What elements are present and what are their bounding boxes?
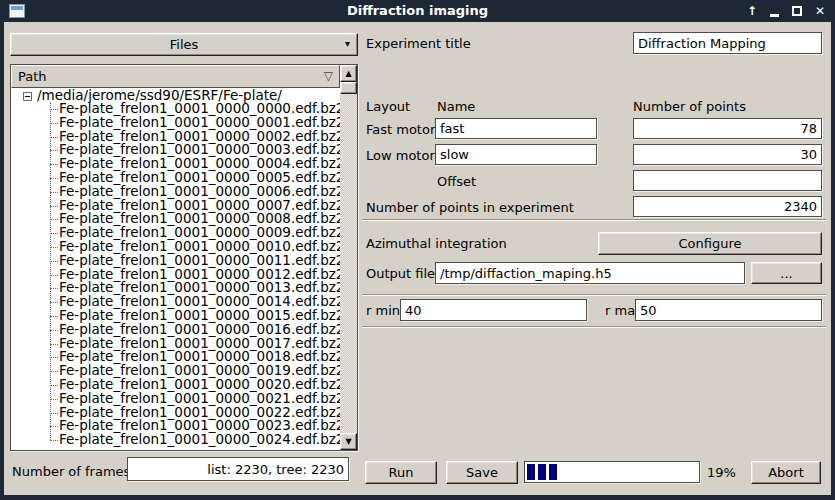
low-motor-label: Low motor xyxy=(366,148,435,164)
titlebar[interactable]: Diffraction imaging ↑ ✕ xyxy=(0,0,835,22)
low-motor-name-field[interactable] xyxy=(435,144,597,165)
collapse-expander-icon[interactable] xyxy=(23,92,32,101)
abort-button[interactable]: Abort xyxy=(751,461,821,484)
total-points-label: Number of points in experiment xyxy=(366,200,574,216)
azimuthal-label: Azimuthal integration xyxy=(366,236,507,252)
frames-count-field[interactable] xyxy=(127,457,349,481)
run-button[interactable]: Run xyxy=(365,461,437,484)
experiment-title-label: Experiment title xyxy=(366,36,471,52)
tree-file-label: Fe-plate_frelon1_0001_0000_0024.edf.bz2 xyxy=(59,431,340,447)
total-points-field[interactable] xyxy=(633,196,822,217)
minimize-icon[interactable] xyxy=(770,14,779,17)
fast-motor-points-field[interactable] xyxy=(633,118,822,139)
window-title: Diffraction imaging xyxy=(0,3,835,18)
name-header: Name xyxy=(437,99,475,115)
shade-icon[interactable]: ↑ xyxy=(747,0,757,22)
r-max-field[interactable] xyxy=(635,299,822,321)
maximize-icon[interactable] xyxy=(792,6,802,16)
tree-header-label: Path xyxy=(18,69,47,84)
files-dropdown-label: Files xyxy=(11,37,357,52)
window-controls: ↑ ✕ xyxy=(747,0,825,22)
offset-field[interactable] xyxy=(633,170,822,191)
scroll-down-icon[interactable]: ▼ xyxy=(340,433,357,450)
close-icon[interactable]: ✕ xyxy=(815,0,825,22)
separator xyxy=(362,326,826,327)
sort-indicator-icon: ▽ xyxy=(324,69,333,83)
progress-bar xyxy=(524,461,700,483)
progress-fill xyxy=(527,464,559,480)
low-motor-points-field[interactable] xyxy=(633,144,822,165)
fast-motor-name-field[interactable] xyxy=(435,118,597,139)
separator xyxy=(362,294,826,295)
r-min-label: r min xyxy=(366,303,400,319)
separator xyxy=(362,219,826,220)
file-tree: Path ▽ /media/jerome/ssd90/ESRF/Fe-plate… xyxy=(10,64,358,451)
fast-motor-label: Fast motor xyxy=(366,122,435,138)
chevron-down-icon: ▾ xyxy=(345,38,350,49)
tree-children: Fe-plate_frelon1_0001_0000_0000.edf.bz2 … xyxy=(13,102,340,447)
points-header: Number of points xyxy=(633,99,746,115)
offset-label: Offset xyxy=(437,174,476,190)
output-file-field[interactable] xyxy=(435,262,745,284)
scroll-up-icon[interactable]: ▲ xyxy=(340,65,357,82)
r-min-field[interactable] xyxy=(400,299,587,321)
output-file-label: Output file xyxy=(366,266,435,282)
layout-header: Layout xyxy=(366,99,410,115)
save-button[interactable]: Save xyxy=(446,461,518,484)
app-window: Diffraction imaging ↑ ✕ Files ▾ Path ▽ /… xyxy=(0,0,835,500)
tree-header-path[interactable]: Path ▽ xyxy=(11,65,340,88)
progress-percent-label: 19% xyxy=(707,465,736,481)
configure-button[interactable]: Configure xyxy=(598,232,822,255)
experiment-title-field[interactable] xyxy=(633,32,822,54)
tree-file-item[interactable]: Fe-plate_frelon1_0001_0000_0024.edf.bz2 xyxy=(13,433,340,447)
frames-label: Number of frames xyxy=(12,464,130,480)
browse-button[interactable]: ... xyxy=(751,262,822,284)
files-dropdown[interactable]: Files ▾ xyxy=(10,33,358,56)
tree-scrollbar[interactable]: ▲ ▼ xyxy=(340,65,357,450)
tree-body: /media/jerome/ssd90/ESRF/Fe-plate/ Fe-pl… xyxy=(13,88,340,450)
scrollbar-thumb[interactable] xyxy=(340,82,357,94)
